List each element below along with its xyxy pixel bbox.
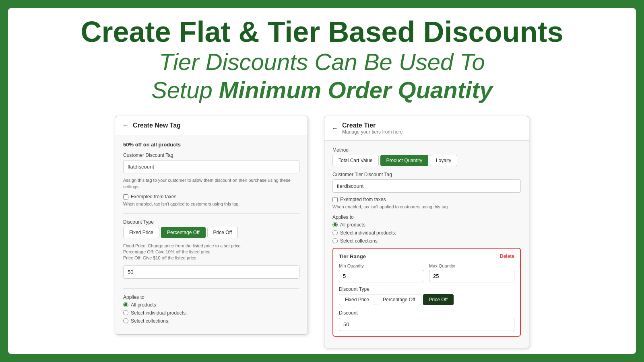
- right-collections-radio-row: Select collections:: [332, 238, 521, 244]
- panels-row: ← Create New Tag 50% off on all products…: [24, 116, 620, 348]
- discount-type-btn-group: Fixed Price Percentage Off Price Off: [123, 227, 299, 238]
- right-panel-body: Method Total Cart Value Product Quantity…: [324, 141, 529, 348]
- applies-to-section: All products Select individual products:…: [123, 302, 299, 324]
- individual-products-label: Select individual products:: [131, 310, 187, 316]
- discount-tag-helper: Assign this tag to your customer to allo…: [123, 177, 299, 190]
- left-back-arrow[interactable]: ←: [122, 122, 129, 129]
- right-discount-value-input[interactable]: [339, 318, 514, 331]
- header-section: Create Flat & Tier Based Discounts Tier …: [24, 16, 620, 104]
- customer-tier-tag-input[interactable]: [332, 179, 521, 193]
- right-exempted-label: Exempted from taxes: [340, 197, 386, 202]
- right-percentage-off-btn[interactable]: Percentage Off: [377, 294, 421, 305]
- collections-radio[interactable]: [123, 318, 128, 323]
- quantity-row: Min Quantity Max Quantity: [339, 263, 514, 282]
- subtitle: Tier Discounts Can Be Used ToSetup Minim…: [24, 48, 620, 104]
- right-panel-title: Create Tier: [342, 122, 403, 129]
- right-individual-radio-row: Select individual products:: [332, 230, 521, 236]
- right-applies-to-label: Applies to: [332, 214, 521, 220]
- individual-products-radio-row: Select individual products:: [123, 310, 299, 316]
- fixed-price-btn[interactable]: Fixed Price: [123, 227, 159, 238]
- total-cart-value-btn[interactable]: Total Cart Value: [332, 155, 379, 166]
- collections-radio-row: Select collections:: [123, 318, 299, 324]
- tier-range-box: Tier Range Delete Min Quantity Max Quant…: [332, 248, 521, 337]
- tier-range-header: Tier Range Delete: [339, 253, 514, 259]
- right-panel-title-group: Create Tier Manage your tiers from here: [342, 122, 403, 135]
- left-panel: ← Create New Tag 50% off on all products…: [115, 116, 308, 334]
- right-exempted-helper: When enabled, tax isn't applied to custo…: [332, 204, 521, 210]
- right-all-products-radio-row: All products: [332, 222, 521, 228]
- right-all-products-radio[interactable]: [332, 222, 338, 227]
- discount-type-desc-1: Fixed Price: Change price from the liste…: [123, 243, 299, 261]
- max-quantity-input[interactable]: [429, 270, 514, 282]
- max-quantity-col: Max Quantity: [429, 263, 514, 282]
- right-collections-radio[interactable]: [332, 238, 338, 243]
- left-panel-header: ← Create New Tag: [115, 116, 308, 135]
- discount-tag-label: Customer Discount Tag: [123, 152, 299, 158]
- customer-discount-tag-input[interactable]: [123, 160, 299, 173]
- right-panel-subtitle: Manage your tiers from here: [342, 129, 403, 135]
- main-title: Create Flat & Tier Based Discounts: [24, 16, 620, 48]
- right-collections-label: Select collections:: [340, 238, 379, 244]
- main-container: Create Flat & Tier Based Discounts Tier …: [8, 8, 636, 354]
- delete-tier-button[interactable]: Delete: [500, 253, 514, 259]
- right-panel: ← Create Tier Manage your tiers from her…: [324, 116, 529, 348]
- applies-to-label: Applies to: [123, 294, 299, 300]
- exempted-checkbox-row: Exempted from taxes: [123, 194, 299, 200]
- all-products-radio[interactable]: [123, 302, 128, 307]
- exempted-label: Exempted from taxes: [131, 194, 176, 200]
- exempted-checkbox[interactable]: [123, 194, 128, 200]
- right-discount-type-btn-group: Fixed Price Percentage Off Price Off: [339, 294, 514, 305]
- customer-tier-tag-label: Customer Tier Discount Tag: [332, 172, 521, 177]
- discount-value-input[interactable]: [123, 265, 299, 279]
- percentage-off-btn[interactable]: Percentage Off: [161, 227, 206, 238]
- price-off-btn[interactable]: Price Off: [207, 227, 238, 238]
- loyalty-btn[interactable]: Loyalty: [430, 155, 457, 166]
- max-quantity-label: Max Quantity: [429, 263, 514, 268]
- discount-label: Discount: [339, 310, 514, 316]
- left-panel-title: Create New Tag: [133, 122, 181, 129]
- right-individual-label: Select individual products:: [340, 230, 396, 236]
- all-products-radio-row: All products: [123, 302, 299, 308]
- right-individual-radio[interactable]: [332, 230, 338, 235]
- right-all-products-label: All products: [340, 222, 365, 228]
- right-panel-header: ← Create Tier Manage your tiers from her…: [324, 116, 529, 141]
- method-btn-group: Total Cart Value Product Quantity Loyalt…: [332, 155, 521, 166]
- product-quantity-btn[interactable]: Product Quantity: [380, 155, 428, 166]
- left-section-title: 50% off on all products: [123, 142, 299, 148]
- left-panel-body: 50% off on all products Customer Discoun…: [115, 135, 308, 334]
- right-applies-to-section: All products Select individual products:…: [332, 222, 521, 244]
- min-quantity-col: Min Quantity: [339, 263, 424, 282]
- method-label: Method: [332, 147, 521, 153]
- discount-type-label: Discount Type: [123, 219, 299, 225]
- right-price-off-btn[interactable]: Price Off: [423, 294, 454, 305]
- right-fixed-price-btn[interactable]: Fixed Price: [339, 294, 375, 305]
- right-discount-type-label: Discount Type: [339, 286, 514, 292]
- min-quantity-label: Min Quantity: [339, 263, 424, 268]
- all-products-label: All products: [131, 302, 156, 308]
- right-exempted-checkbox[interactable]: [332, 197, 338, 202]
- right-back-arrow[interactable]: ←: [332, 125, 338, 132]
- right-exempted-checkbox-row: Exempted from taxes: [332, 197, 521, 202]
- collections-label: Select collections:: [131, 318, 169, 324]
- tier-range-title: Tier Range: [339, 253, 366, 259]
- min-quantity-input[interactable]: [339, 270, 424, 282]
- individual-products-radio[interactable]: [123, 310, 128, 315]
- exempted-helper: When enabled, tax isn't applied to custo…: [123, 201, 299, 207]
